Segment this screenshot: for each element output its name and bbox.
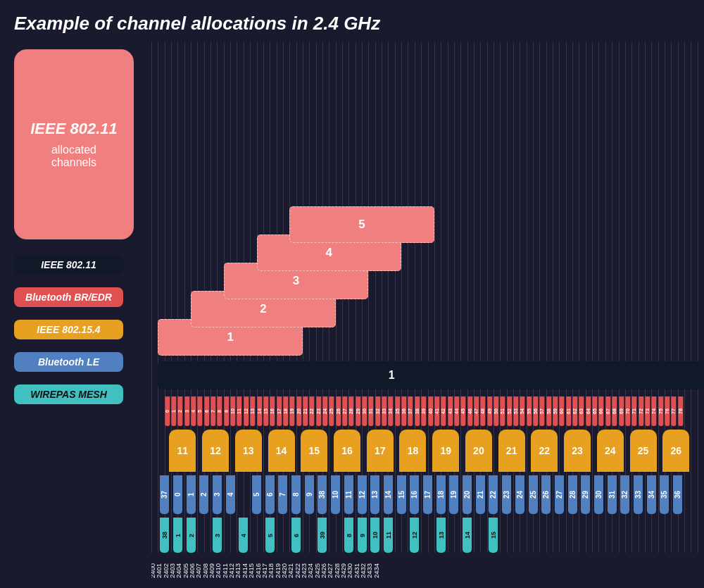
bt-bredr-channel-1: 1 <box>171 396 176 426</box>
ieee802154-channel-12: 12 <box>202 430 229 472</box>
bt-le-channel-8: 8 <box>291 475 301 514</box>
bt-bredr-channel-29: 29 <box>356 396 360 426</box>
bt-bredr-channel-57: 57 <box>539 396 544 426</box>
bt-le-channel-15: 15 <box>397 475 406 514</box>
bt-le-channel-3: 3 <box>213 475 222 514</box>
bt-le-channel-20: 20 <box>463 475 472 514</box>
bt-bredr-channel-41: 41 <box>434 396 439 426</box>
grid-line <box>619 42 620 553</box>
bt-le-channel-26: 26 <box>541 475 551 514</box>
bt-bredr-channel-19: 19 <box>289 396 294 426</box>
bt-le-channel-37: 37 <box>160 475 169 514</box>
grid-line <box>605 42 606 553</box>
bt-bredr-channel-76: 76 <box>665 396 670 426</box>
bt-bredr-channel-9: 9 <box>224 396 229 426</box>
bt-bredr-channel-77: 77 <box>671 396 676 426</box>
wirepas-channel-9: 9 <box>358 518 367 553</box>
grid-line <box>691 42 691 553</box>
wirepas-channel-14: 14 <box>463 518 472 553</box>
bt-bredr-channel-67: 67 <box>605 396 610 426</box>
bt-bredr-channel-25: 25 <box>329 396 334 426</box>
bt-le-channel-28: 28 <box>568 475 577 514</box>
page-title: Example of channel allocations in 2.4 GH… <box>0 0 704 42</box>
grid-line <box>368 42 369 553</box>
bt-le-channel-24: 24 <box>515 475 524 514</box>
bt-bredr-channel-66: 66 <box>598 396 603 426</box>
bt-bredr-channel-39: 39 <box>421 396 426 426</box>
bt-le-channel-12: 12 <box>358 475 367 514</box>
bt-bredr-channel-55: 55 <box>527 396 532 426</box>
legend-item-ieee802154: IEEE 802.15.4 <box>14 320 151 339</box>
grid-line <box>671 42 672 553</box>
wirepas-channel-2: 2 <box>187 518 196 553</box>
ieee802154-channel-15: 15 <box>301 430 327 472</box>
viz-area: 2400240124022403240424052406240724082409… <box>151 42 704 588</box>
freq-label: 2434 <box>370 554 382 587</box>
wirepas-channel-10: 10 <box>370 518 379 553</box>
grid-line <box>513 42 514 553</box>
bt-bredr-channel-40: 40 <box>428 396 433 426</box>
ieee802154-channel-26: 26 <box>662 430 689 472</box>
bt-le-channel-35: 35 <box>660 475 669 514</box>
bt-le-channel-7: 7 <box>278 475 287 514</box>
legend-item-wirepas: WIREPAS MESH <box>14 384 151 404</box>
bt-bredr-channel-0: 0 <box>165 396 170 426</box>
wirepas-channel-38: 38 <box>160 518 169 553</box>
ieee802154-channel-11: 11 <box>169 430 196 472</box>
grid-line <box>684 42 685 553</box>
bt-bredr-channel-4: 4 <box>191 396 196 426</box>
ieee802154-channel-13: 13 <box>235 430 262 472</box>
grid-line <box>553 42 553 553</box>
ieee802154-channel-17: 17 <box>367 430 394 472</box>
ieee802154-channel-14: 14 <box>268 430 295 472</box>
bt-bredr-channel-54: 54 <box>520 396 524 426</box>
bt-le-channel-38: 38 <box>318 475 327 514</box>
bt-bredr-channel-53: 53 <box>513 396 518 426</box>
ieee80211-channel-5: 5 <box>289 206 434 243</box>
ieee80211-active-channel-2 <box>527 361 704 389</box>
bt-bredr-channel-5: 5 <box>197 396 202 426</box>
bt-bredr-channel-8: 8 <box>217 396 222 426</box>
bt-bredr-channel-3: 3 <box>184 396 189 426</box>
bt-le-channel-27: 27 <box>555 475 564 514</box>
grid-line <box>645 42 646 553</box>
bt-le-channel-32: 32 <box>620 475 629 514</box>
bt-bredr-channel-61: 61 <box>566 396 571 426</box>
grid-line <box>460 42 461 553</box>
bt-bredr-channel-48: 48 <box>480 396 485 426</box>
ieee80211-legend-box: IEEE 802.11 allocatedchannels <box>14 49 134 239</box>
grid-line <box>539 42 540 553</box>
bt-bredr-channel-58: 58 <box>546 396 551 426</box>
bt-bredr-channel-44: 44 <box>454 396 459 426</box>
bt-le-channel-19: 19 <box>449 475 458 514</box>
bt-le-channel-34: 34 <box>647 475 656 514</box>
grid-line <box>698 42 698 553</box>
wirepas-channel-3: 3 <box>213 518 222 553</box>
bt-bredr-channel-2: 2 <box>177 396 182 426</box>
bt-bredr-channel-45: 45 <box>460 396 465 426</box>
bt-bredr-channel-35: 35 <box>395 396 400 426</box>
bt-bredr-channel-13: 13 <box>250 396 255 426</box>
bt-bredr-channel-51: 51 <box>500 396 505 426</box>
bt-le-channel-11: 11 <box>344 475 353 514</box>
bt-bredr-channel-27: 27 <box>342 396 347 426</box>
bt-bredr-channel-37: 37 <box>408 396 413 426</box>
bt-bredr-channel-64: 64 <box>586 396 591 426</box>
wirepas-channel-1: 1 <box>173 518 182 553</box>
bt-bredr-channel-7: 7 <box>210 396 215 426</box>
bt-bredr-channel-26: 26 <box>336 396 341 426</box>
bt-bredr-channel-23: 23 <box>316 396 321 426</box>
bt-bredr-channel-70: 70 <box>625 396 630 426</box>
bt-bredr-channel-31: 31 <box>368 396 373 426</box>
main-container: Example of channel allocations in 2.4 GH… <box>0 0 704 588</box>
ieee80211-legend-subtitle: allocatedchannels <box>51 144 96 169</box>
bt-bredr-channel-22: 22 <box>309 396 314 426</box>
wirepas-channel-6: 6 <box>291 518 301 553</box>
bt-le-channel-10: 10 <box>331 475 340 514</box>
grid-line <box>434 42 435 553</box>
bt-le-channel-14: 14 <box>384 475 393 514</box>
bt-bredr-channel-42: 42 <box>441 396 446 426</box>
bt-bredr-channel-73: 73 <box>645 396 650 426</box>
ieee802154-channel-22: 22 <box>531 430 558 472</box>
bt-bredr-channel-59: 59 <box>553 396 558 426</box>
